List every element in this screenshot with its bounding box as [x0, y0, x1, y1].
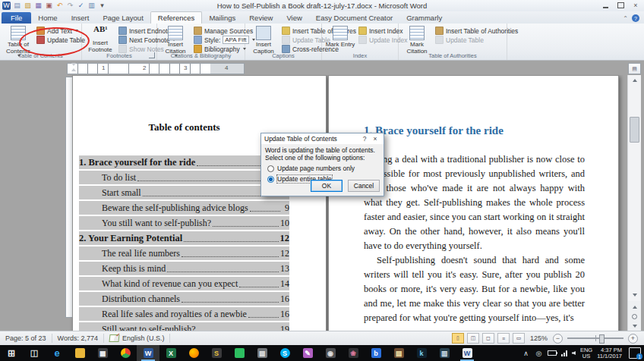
zoom-out-button[interactable]: − [553, 334, 563, 344]
footnotes-dialog-launcher-icon[interactable] [149, 52, 155, 58]
mark-citation-button[interactable]: Mark Citation [401, 25, 433, 55]
quick-print-icon[interactable]: ▣ [45, 2, 53, 10]
toc-entry[interactable]: 1. Brace yourself for the ride [79, 154, 289, 169]
proofing-status[interactable]: English (U.S.) [104, 334, 171, 343]
dialog-close-button[interactable]: × [370, 135, 380, 143]
page-right[interactable]: 1. Brace yourself for the ride Getting a… [328, 75, 619, 331]
bitly-icon[interactable]: b [365, 345, 387, 361]
toc-entry[interactable]: You still want to self-publish?10 [79, 215, 289, 230]
minimize-button[interactable] [598, 1, 612, 10]
word-icon[interactable]: W [137, 345, 159, 361]
tab-review[interactable]: Review [242, 12, 279, 24]
toc-entry[interactable]: The real life numbers12 [79, 245, 289, 260]
tab-insert[interactable]: Insert [65, 12, 96, 24]
previous-page-button[interactable] [630, 303, 639, 311]
scroll-up-button[interactable] [628, 75, 641, 85]
tab-view[interactable]: View [279, 12, 308, 24]
print-layout-view-button[interactable]: ▯ [452, 333, 464, 344]
scrollbar-thumb[interactable] [630, 117, 639, 143]
tab-file[interactable]: File [2, 12, 31, 24]
redo-icon[interactable]: ↷ [66, 2, 74, 10]
evernote-icon[interactable] [228, 345, 251, 361]
radio-unselected-icon[interactable] [267, 165, 274, 172]
photos-icon[interactable]: ❀ [342, 345, 365, 361]
edge-icon[interactable]: e [46, 345, 68, 361]
toc-entry[interactable]: 2. Your Earning Potential12 [79, 230, 289, 245]
network-icon[interactable] [561, 350, 567, 356]
chapter-body[interactable]: Getting a deal with a traditional publis… [364, 152, 585, 325]
camera-icon[interactable]: ◉ [319, 345, 342, 361]
page-left[interactable]: Table of contents 1. Brace yourself for … [72, 75, 327, 331]
dialog-title-bar[interactable]: Update Table of Contents ? × [261, 133, 384, 144]
firefox-icon[interactable] [182, 345, 205, 361]
new-document-icon[interactable]: ▤ [13, 2, 21, 10]
radio-selected-icon[interactable] [267, 176, 274, 183]
ruler-toggle-button[interactable]: ▤ [628, 63, 641, 74]
insert-table-of-authorities-button[interactable]: Insert Table of Authorities [435, 27, 518, 35]
cancel-button[interactable]: Cancel [348, 180, 380, 192]
zoom-slider-thumb[interactable] [599, 334, 605, 344]
toc-entry[interactable]: To do list [79, 169, 289, 184]
paint-icon[interactable]: ✎ [296, 345, 319, 361]
draft-view-button[interactable]: ▭ [513, 333, 525, 344]
fullscreen-reading-view-button[interactable]: ◫ [467, 333, 479, 344]
calibre-icon[interactable]: ▤ [387, 345, 410, 361]
toc-entry[interactable]: Real life sales and royalties of a newbi… [79, 306, 289, 321]
indent-marker[interactable] [71, 63, 77, 71]
word-document-icon[interactable]: W [456, 345, 478, 361]
select-browse-object-button[interactable] [630, 312, 639, 321]
vertical-scrollbar[interactable] [627, 75, 641, 331]
start-button[interactable]: ⊞ [0, 345, 23, 361]
zoom-slider[interactable] [567, 337, 623, 339]
update-table-button[interactable]: Update Table [36, 36, 85, 44]
radio-update-page-numbers[interactable]: Update page numbers only [267, 165, 384, 172]
task-view-button[interactable]: ◫ [23, 345, 46, 361]
zoom-level[interactable]: 125% [530, 334, 548, 342]
dialog-help-button[interactable]: ? [359, 135, 370, 143]
toc-entry[interactable]: Still want to self-publish?19 [79, 321, 289, 331]
toc-list[interactable]: 1. Brace yourself for the rideTo do list… [79, 154, 289, 331]
help-icon[interactable]: ? [632, 14, 639, 22]
insert-caption-button[interactable]: Insert Caption [248, 25, 279, 55]
horizontal-ruler[interactable]: 1 2 3 4 [67, 63, 245, 74]
mark-entry-button[interactable]: Mark Entry [324, 25, 356, 49]
scrivener-icon[interactable]: S [205, 345, 228, 361]
toc-entry[interactable]: What kind of revenue can you expect14 [79, 275, 289, 290]
ok-button[interactable]: OK [311, 180, 343, 192]
toc-entry[interactable]: Keep this is mind13 [79, 260, 289, 275]
tab-home[interactable]: Home [31, 12, 64, 24]
chrome-icon[interactable] [114, 345, 137, 361]
language-indicator[interactable]: ENGUS [580, 347, 592, 359]
excel-icon[interactable]: X [159, 345, 182, 361]
zoom-in-button[interactable]: + [628, 334, 638, 344]
next-page-button[interactable] [630, 322, 639, 330]
qat-more-icon[interactable]: ▾ [98, 2, 106, 10]
outline-view-button[interactable]: ≡ [497, 333, 510, 344]
scroll-down-button[interactable] [628, 290, 641, 300]
tray-chevron-up-icon[interactable]: ∧ [522, 350, 530, 357]
web-layout-view-button[interactable]: ◻ [482, 333, 494, 344]
word-logo-icon[interactable]: W [2, 2, 11, 10]
action-center-icon[interactable]: 1 [629, 347, 641, 359]
undo-icon[interactable]: ↶ [55, 2, 64, 10]
save-icon[interactable]: ▦ [34, 2, 43, 10]
page-count[interactable]: Page: 5 of 23 [0, 334, 52, 343]
ebook-viewer-icon[interactable]: ▥ [433, 345, 456, 361]
minimize-ribbon-icon[interactable]: ⌃ [623, 15, 628, 22]
calculator-icon[interactable]: ▦ [91, 345, 114, 361]
file-explorer-icon[interactable] [68, 345, 91, 361]
clock[interactable]: 4:37 PM11/1/2017 [597, 347, 622, 359]
word-count[interactable]: Words: 2,774 [52, 334, 104, 343]
toc-entry[interactable]: Start small [79, 184, 289, 199]
restore-button[interactable] [614, 1, 627, 10]
battery-icon[interactable] [548, 350, 557, 356]
insert-footnote-button[interactable]: AB¹ Insert Footnote [84, 25, 116, 53]
tab-easy-document-creator[interactable]: Easy Document Creator [309, 12, 399, 24]
tab-mailings[interactable]: Mailings [202, 12, 242, 24]
close-button[interactable]: × [629, 1, 642, 10]
toc-entry[interactable]: Beware the self-publishing advice blogs9 [79, 199, 289, 215]
tab-grammarly[interactable]: Grammarly [399, 12, 449, 24]
toc-entry[interactable]: Distribution channels16 [79, 290, 289, 306]
tab-references[interactable]: References [150, 11, 203, 24]
spelling-icon[interactable]: ✓ [77, 2, 85, 10]
